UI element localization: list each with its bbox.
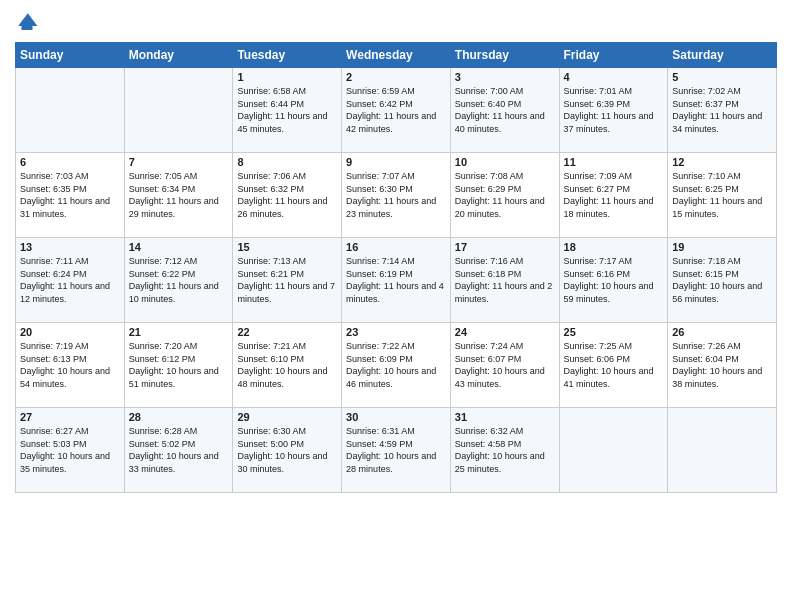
day-number: 22 [237,326,337,338]
day-cell: 13Sunrise: 7:11 AM Sunset: 6:24 PM Dayli… [16,238,125,323]
day-info: Sunrise: 7:00 AM Sunset: 6:40 PM Dayligh… [455,85,555,135]
header-day: Friday [559,43,668,68]
header-day: Wednesday [342,43,451,68]
day-cell: 9Sunrise: 7:07 AM Sunset: 6:30 PM Daylig… [342,153,451,238]
header-day: Saturday [668,43,777,68]
day-number: 24 [455,326,555,338]
logo-icon [15,10,39,34]
week-row: 20Sunrise: 7:19 AM Sunset: 6:13 PM Dayli… [16,323,777,408]
header-day: Tuesday [233,43,342,68]
day-number: 19 [672,241,772,253]
page: SundayMondayTuesdayWednesdayThursdayFrid… [0,0,792,612]
day-cell: 23Sunrise: 7:22 AM Sunset: 6:09 PM Dayli… [342,323,451,408]
day-info: Sunrise: 7:19 AM Sunset: 6:13 PM Dayligh… [20,340,120,390]
week-row: 27Sunrise: 6:27 AM Sunset: 5:03 PM Dayli… [16,408,777,493]
day-number: 31 [455,411,555,423]
day-cell: 18Sunrise: 7:17 AM Sunset: 6:16 PM Dayli… [559,238,668,323]
day-number: 29 [237,411,337,423]
day-cell: 22Sunrise: 7:21 AM Sunset: 6:10 PM Dayli… [233,323,342,408]
day-info: Sunrise: 7:12 AM Sunset: 6:22 PM Dayligh… [129,255,229,305]
week-row: 1Sunrise: 6:58 AM Sunset: 6:44 PM Daylig… [16,68,777,153]
day-number: 18 [564,241,664,253]
day-number: 26 [672,326,772,338]
day-cell: 2Sunrise: 6:59 AM Sunset: 6:42 PM Daylig… [342,68,451,153]
day-number: 2 [346,71,446,83]
day-number: 6 [20,156,120,168]
day-info: Sunrise: 7:06 AM Sunset: 6:32 PM Dayligh… [237,170,337,220]
day-number: 25 [564,326,664,338]
svg-marker-0 [18,13,37,26]
day-cell: 10Sunrise: 7:08 AM Sunset: 6:29 PM Dayli… [450,153,559,238]
day-number: 21 [129,326,229,338]
day-info: Sunrise: 7:26 AM Sunset: 6:04 PM Dayligh… [672,340,772,390]
day-info: Sunrise: 6:58 AM Sunset: 6:44 PM Dayligh… [237,85,337,135]
day-number: 13 [20,241,120,253]
logo [15,10,41,34]
day-cell: 24Sunrise: 7:24 AM Sunset: 6:07 PM Dayli… [450,323,559,408]
day-cell: 16Sunrise: 7:14 AM Sunset: 6:19 PM Dayli… [342,238,451,323]
day-number: 12 [672,156,772,168]
day-info: Sunrise: 7:11 AM Sunset: 6:24 PM Dayligh… [20,255,120,305]
day-number: 14 [129,241,229,253]
day-info: Sunrise: 7:16 AM Sunset: 6:18 PM Dayligh… [455,255,555,305]
day-number: 27 [20,411,120,423]
day-info: Sunrise: 7:07 AM Sunset: 6:30 PM Dayligh… [346,170,446,220]
day-cell: 27Sunrise: 6:27 AM Sunset: 5:03 PM Dayli… [16,408,125,493]
day-cell: 25Sunrise: 7:25 AM Sunset: 6:06 PM Dayli… [559,323,668,408]
day-info: Sunrise: 7:10 AM Sunset: 6:25 PM Dayligh… [672,170,772,220]
day-info: Sunrise: 7:08 AM Sunset: 6:29 PM Dayligh… [455,170,555,220]
day-number: 30 [346,411,446,423]
day-cell [16,68,125,153]
day-cell: 3Sunrise: 7:00 AM Sunset: 6:40 PM Daylig… [450,68,559,153]
day-info: Sunrise: 7:21 AM Sunset: 6:10 PM Dayligh… [237,340,337,390]
day-info: Sunrise: 7:02 AM Sunset: 6:37 PM Dayligh… [672,85,772,135]
day-info: Sunrise: 7:24 AM Sunset: 6:07 PM Dayligh… [455,340,555,390]
day-cell: 7Sunrise: 7:05 AM Sunset: 6:34 PM Daylig… [124,153,233,238]
day-number: 16 [346,241,446,253]
day-info: Sunrise: 7:09 AM Sunset: 6:27 PM Dayligh… [564,170,664,220]
day-number: 5 [672,71,772,83]
day-number: 1 [237,71,337,83]
week-row: 13Sunrise: 7:11 AM Sunset: 6:24 PM Dayli… [16,238,777,323]
day-cell: 26Sunrise: 7:26 AM Sunset: 6:04 PM Dayli… [668,323,777,408]
header [15,10,777,34]
calendar-table: SundayMondayTuesdayWednesdayThursdayFrid… [15,42,777,493]
day-number: 4 [564,71,664,83]
day-info: Sunrise: 6:28 AM Sunset: 5:02 PM Dayligh… [129,425,229,475]
day-info: Sunrise: 6:27 AM Sunset: 5:03 PM Dayligh… [20,425,120,475]
day-number: 11 [564,156,664,168]
day-cell: 28Sunrise: 6:28 AM Sunset: 5:02 PM Dayli… [124,408,233,493]
day-number: 10 [455,156,555,168]
day-cell: 17Sunrise: 7:16 AM Sunset: 6:18 PM Dayli… [450,238,559,323]
day-info: Sunrise: 7:17 AM Sunset: 6:16 PM Dayligh… [564,255,664,305]
day-cell: 12Sunrise: 7:10 AM Sunset: 6:25 PM Dayli… [668,153,777,238]
day-info: Sunrise: 7:03 AM Sunset: 6:35 PM Dayligh… [20,170,120,220]
day-number: 23 [346,326,446,338]
day-cell: 15Sunrise: 7:13 AM Sunset: 6:21 PM Dayli… [233,238,342,323]
day-cell: 8Sunrise: 7:06 AM Sunset: 6:32 PM Daylig… [233,153,342,238]
header-row: SundayMondayTuesdayWednesdayThursdayFrid… [16,43,777,68]
header-day: Monday [124,43,233,68]
day-info: Sunrise: 6:31 AM Sunset: 4:59 PM Dayligh… [346,425,446,475]
header-day: Sunday [16,43,125,68]
day-cell [668,408,777,493]
day-cell: 5Sunrise: 7:02 AM Sunset: 6:37 PM Daylig… [668,68,777,153]
day-number: 17 [455,241,555,253]
day-info: Sunrise: 6:30 AM Sunset: 5:00 PM Dayligh… [237,425,337,475]
day-cell: 4Sunrise: 7:01 AM Sunset: 6:39 PM Daylig… [559,68,668,153]
day-number: 28 [129,411,229,423]
day-cell: 11Sunrise: 7:09 AM Sunset: 6:27 PM Dayli… [559,153,668,238]
day-info: Sunrise: 7:22 AM Sunset: 6:09 PM Dayligh… [346,340,446,390]
day-cell: 30Sunrise: 6:31 AM Sunset: 4:59 PM Dayli… [342,408,451,493]
day-cell: 31Sunrise: 6:32 AM Sunset: 4:58 PM Dayli… [450,408,559,493]
day-cell: 19Sunrise: 7:18 AM Sunset: 6:15 PM Dayli… [668,238,777,323]
day-cell: 1Sunrise: 6:58 AM Sunset: 6:44 PM Daylig… [233,68,342,153]
header-day: Thursday [450,43,559,68]
day-cell: 21Sunrise: 7:20 AM Sunset: 6:12 PM Dayli… [124,323,233,408]
day-info: Sunrise: 6:59 AM Sunset: 6:42 PM Dayligh… [346,85,446,135]
day-cell: 6Sunrise: 7:03 AM Sunset: 6:35 PM Daylig… [16,153,125,238]
day-cell: 20Sunrise: 7:19 AM Sunset: 6:13 PM Dayli… [16,323,125,408]
day-info: Sunrise: 7:18 AM Sunset: 6:15 PM Dayligh… [672,255,772,305]
day-info: Sunrise: 7:25 AM Sunset: 6:06 PM Dayligh… [564,340,664,390]
day-info: Sunrise: 7:13 AM Sunset: 6:21 PM Dayligh… [237,255,337,305]
